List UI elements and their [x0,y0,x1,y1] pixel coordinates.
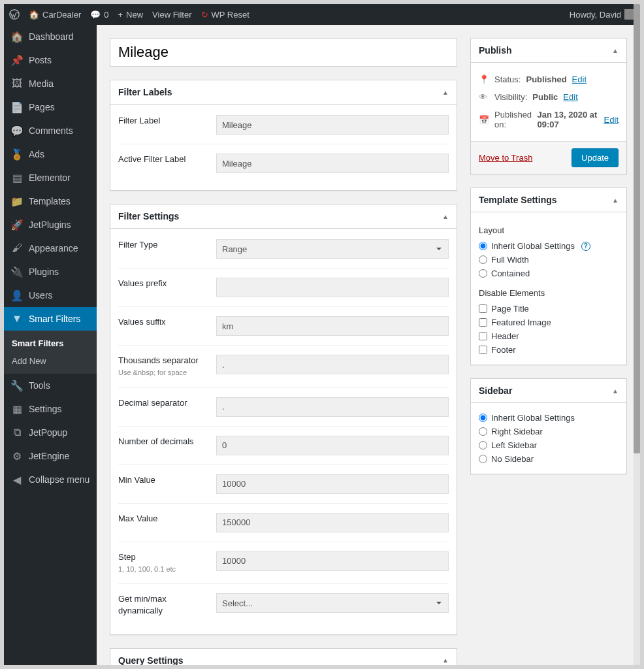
brush-icon: 🖌 [10,242,24,255]
scrollbar-thumb[interactable] [634,4,640,453]
menu-jetengine[interactable]: ⚙JetEngine [4,444,97,468]
popup-icon: ⧉ [10,426,24,439]
award-icon: 🏅 [10,148,24,161]
toggle-icon[interactable]: ▲ [442,89,449,96]
input-num-decimals[interactable] [216,436,449,455]
input-step[interactable] [216,551,449,571]
menu-templates[interactable]: 📁Templates [4,189,97,213]
input-decimal-sep[interactable] [216,397,449,417]
check-header[interactable]: Header [479,329,619,343]
radio-inherit-global[interactable]: Inherit Global Settings? [479,239,619,253]
toggle-icon[interactable]: ▲ [442,657,449,664]
wp-logo[interactable] [9,9,20,20]
howdy-user[interactable]: Howdy, David [570,9,635,20]
toggle-icon[interactable]: ▲ [612,387,619,395]
box-title: Filter Settings [118,211,179,221]
plus-icon: + [118,10,123,20]
menu-elementor[interactable]: ▤Elementor [4,166,97,189]
radio-sb-left[interactable]: Left Sidebar [479,438,619,452]
menu-settings[interactable]: ▦Settings [4,397,97,421]
collapse-menu[interactable]: ◀Collapse menu [4,468,97,491]
radio-full-width[interactable]: Full Width [479,253,619,267]
toggle-icon[interactable]: ▲ [612,197,619,204]
page-icon: 📄 [10,101,24,114]
user-icon: 👤 [10,289,24,302]
wp-reset[interactable]: ↻WP Reset [201,10,250,20]
box-template-settings: Template Settings ▲ Layout Inherit Globa… [470,188,627,365]
edit-status[interactable]: Edit [572,74,587,84]
radio-contained[interactable]: Contained [479,267,619,280]
view-filter[interactable]: View Filter [152,10,191,20]
label-num-decimals: Number of decimals [118,436,216,448]
box-title: Template Settings [479,195,557,205]
box-title: Sidebar [479,385,512,396]
toggle-icon[interactable]: ▲ [442,213,449,220]
check-footer[interactable]: Footer [479,343,619,357]
pin-icon: 📍 [479,74,489,84]
menu-appearance[interactable]: 🖌Appearance [4,237,97,260]
visibility-value: Public [532,92,558,102]
dashboard-icon: 🏠 [10,30,24,43]
pin-icon: 📌 [10,54,24,67]
radio-sb-none[interactable]: No Sidebar [479,452,619,466]
visibility-label: Visibility: [494,92,527,102]
input-thousands-sep[interactable] [216,355,449,374]
menu-pages[interactable]: 📄Pages [4,95,97,119]
published-on-value: Jan 13, 2020 at 09:07 [538,110,599,129]
scrollbar-track[interactable] [634,4,640,665]
menu-jetpopup[interactable]: ⧉JetPopup [4,421,97,444]
edit-date[interactable]: Edit [604,115,619,125]
status-label: Status: [494,74,521,84]
box-title: Publish [479,45,512,56]
menu-posts[interactable]: 📌Posts [4,48,97,72]
radio-sb-inherit[interactable]: Inherit Global Settings [479,411,619,425]
new-content[interactable]: +New [118,10,143,20]
comments-link[interactable]: 💬0 [90,10,108,20]
menu-media[interactable]: 🖼Media [4,72,97,95]
submenu-smart-filters: Smart Filters Add New [4,331,97,374]
engine-icon: ⚙ [10,449,24,463]
menu-users[interactable]: 👤Users [4,284,97,307]
check-page-title[interactable]: Page Title [479,302,619,316]
menu-smart-filters[interactable]: ▼Smart Filters [4,307,97,331]
input-max-value[interactable] [216,513,449,532]
menu-ads[interactable]: 🏅Ads [4,142,97,166]
site-name[interactable]: 🏠CarDealer [29,10,81,20]
calendar-icon: 📅 [479,115,489,125]
radio-sb-right[interactable]: Right Sidebar [479,425,619,438]
check-featured-image[interactable]: Featured Image [479,316,619,329]
input-active-filter-label[interactable] [216,154,449,173]
submenu-smart-filters-list[interactable]: Smart Filters [4,334,97,352]
menu-plugins[interactable]: 🔌Plugins [4,260,97,284]
menu-tools[interactable]: 🔧Tools [4,374,97,397]
menu-dashboard[interactable]: 🏠Dashboard [4,25,97,48]
toggle-icon[interactable]: ▲ [612,47,619,54]
input-values-suffix[interactable] [216,316,449,336]
label-thousands-sep: Thousands separatorUse &nbsp; for space [118,355,216,378]
admin-sidebar: 🏠Dashboard 📌Posts 🖼Media 📄Pages 💬Comment… [4,25,97,665]
post-title-input[interactable] [110,38,457,67]
input-min-value[interactable] [216,474,449,494]
rocket-icon: 🚀 [10,218,24,231]
select-filter-type[interactable]: Range [216,239,449,259]
box-publish: Publish ▲ 📍 Status: Published Edit [470,38,627,174]
update-button[interactable]: Update [572,148,619,167]
menu-jetplugins[interactable]: 🚀JetPlugins [4,213,97,237]
menu-comments[interactable]: 💬Comments [4,119,97,142]
submenu-add-new[interactable]: Add New [4,352,97,370]
settings-icon: ▦ [10,402,24,416]
refresh-icon: ↻ [201,10,208,20]
label-max-value: Max Value [118,513,216,525]
label-active-filter-label: Active Filter Label [118,154,216,165]
select-get-minmax[interactable]: Select... [216,593,449,613]
help-icon[interactable]: ? [581,242,590,251]
move-to-trash[interactable]: Move to Trash [479,153,532,163]
wrench-icon: 🔧 [10,379,24,392]
input-filter-label[interactable] [216,115,449,135]
admin-bar: 🏠CarDealer 💬0 +New View Filter ↻WP Reset… [4,4,640,25]
label-decimal-sep: Decimal separator [118,397,216,409]
input-values-prefix[interactable] [216,278,449,297]
edit-visibility[interactable]: Edit [563,92,577,102]
label-filter-label: Filter Label [118,115,216,127]
box-title: Query Settings [118,655,184,665]
